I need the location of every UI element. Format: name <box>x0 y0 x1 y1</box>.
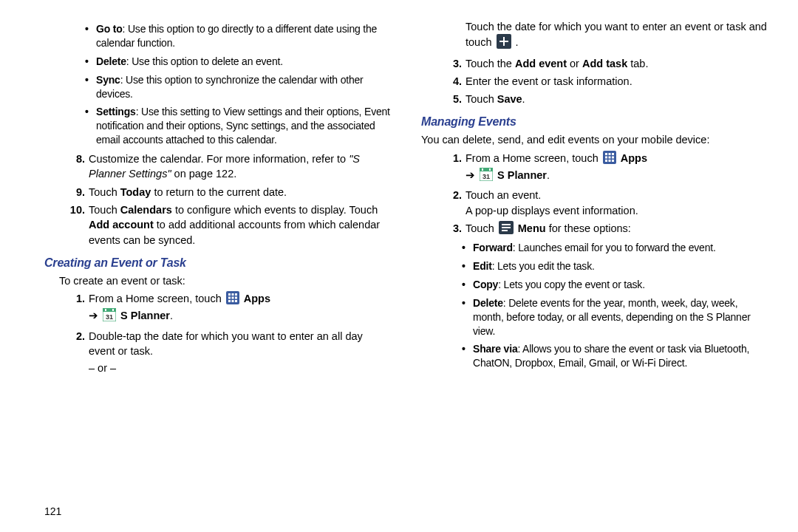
svg-rect-3 <box>235 293 237 296</box>
option-sync: Sync: Use this option to synchronize the… <box>44 73 392 101</box>
svg-rect-12 <box>105 309 106 311</box>
option-delete: Delete: Use this option to delete an eve… <box>44 55 392 69</box>
menu-option-copy: Copy: Lets you copy the event or task. <box>421 278 768 292</box>
menu-option-forward: Forward: Launches email for you to forwa… <box>421 241 768 255</box>
svg-rect-21 <box>612 153 614 155</box>
menu-icon <box>499 221 514 238</box>
s-planner-icon: 31 <box>103 308 116 325</box>
svg-rect-6 <box>235 297 237 299</box>
menu-option-delete: Delete: Delete events for the year, mont… <box>421 296 768 338</box>
s-planner-label: S Planner <box>497 169 547 181</box>
apps-grid-icon <box>603 151 616 168</box>
svg-rect-1 <box>228 293 231 296</box>
creating-steps-continued: Touch the date for which you want to ent… <box>421 19 768 106</box>
svg-rect-4 <box>228 297 231 299</box>
apps-grid-icon <box>226 291 239 308</box>
managing-steps: 1. From a Home screen, touch Apps ➔ 31 S… <box>421 151 768 238</box>
option-settings: Settings: Use this setting to View setti… <box>44 105 392 147</box>
section1-intro: To create an event or task: <box>59 274 392 289</box>
apps-label: Apps <box>621 152 647 164</box>
svg-rect-25 <box>605 160 607 162</box>
svg-rect-35 <box>502 227 511 228</box>
svg-rect-27 <box>612 160 614 162</box>
manage-step-2: 2. Touch an event. A pop-up displays eve… <box>421 188 768 218</box>
svg-rect-31 <box>489 168 491 171</box>
s-planner-label: S Planner <box>120 310 170 322</box>
create-step-1: 1. From a Home screen, touch Apps ➔ 31 S… <box>44 291 392 326</box>
svg-rect-26 <box>608 160 610 162</box>
s-planner-icon: 31 <box>480 168 493 185</box>
create-step-3: 3. Touch the Add event or Add task tab. <box>421 56 768 71</box>
svg-rect-2 <box>231 293 233 296</box>
svg-rect-7 <box>228 300 231 302</box>
menu-options-list: Forward: Launches email for you to forwa… <box>421 241 768 370</box>
manage-step-1: 1. From a Home screen, touch Apps ➔ 31 S… <box>421 151 768 185</box>
svg-text:31: 31 <box>106 313 113 321</box>
svg-rect-11 <box>103 308 116 312</box>
svg-rect-20 <box>608 153 610 155</box>
svg-rect-36 <box>502 230 508 231</box>
section-creating-event: Creating an Event or Task <box>44 255 392 271</box>
plus-icon <box>497 34 511 52</box>
svg-rect-24 <box>612 156 614 158</box>
creating-steps: 1. From a Home screen, touch Apps ➔ 31 S… <box>44 291 392 358</box>
svg-rect-22 <box>605 156 607 158</box>
menu-label: Menu <box>518 222 546 234</box>
svg-text:31: 31 <box>482 173 490 180</box>
page-number: 121 <box>44 505 61 519</box>
svg-rect-13 <box>112 309 114 311</box>
step-8: 8. Customize the calendar. For more info… <box>44 151 392 182</box>
svg-rect-8 <box>231 300 233 302</box>
svg-rect-17 <box>499 41 508 42</box>
numbered-steps-8-10: 8. Customize the calendar. For more info… <box>44 151 392 248</box>
svg-rect-34 <box>502 224 511 225</box>
section2-intro: You can delete, send, and edit events on… <box>421 133 768 148</box>
manage-step-3: 3. Touch Menu for these options: <box>421 221 768 238</box>
svg-rect-29 <box>480 168 493 171</box>
or-separator: – or – <box>44 361 392 376</box>
right-column: Touch the date for which you want to ent… <box>421 22 768 525</box>
create-step-4: 4. Enter the event or task information. <box>421 74 768 89</box>
menu-option-share-via: Share via: Allows you to share the event… <box>421 342 768 370</box>
option-goto: Go to: Use this option to go directly to… <box>44 22 392 50</box>
step-10: 10. Touch Calendars to configure which e… <box>44 202 392 248</box>
svg-rect-30 <box>482 168 483 171</box>
create-step-2b: Touch the date for which you want to ent… <box>421 19 768 53</box>
step-9: 9. Touch Today to return to the current … <box>44 185 392 200</box>
menu-option-edit: Edit: Lets you edit the task. <box>421 259 768 273</box>
svg-rect-5 <box>231 297 233 299</box>
apps-label: Apps <box>244 293 270 305</box>
create-step-5: 5. Touch Save. <box>421 92 768 106</box>
create-step-2: 2. Double-tap the date for which you wan… <box>44 329 392 359</box>
svg-rect-19 <box>605 153 607 155</box>
svg-rect-23 <box>608 156 610 158</box>
section-managing-events: Managing Events <box>421 114 768 130</box>
left-column: Go to: Use this option to go directly to… <box>44 22 392 525</box>
option-list: Go to: Use this option to go directly to… <box>44 22 392 147</box>
svg-rect-9 <box>235 300 237 302</box>
